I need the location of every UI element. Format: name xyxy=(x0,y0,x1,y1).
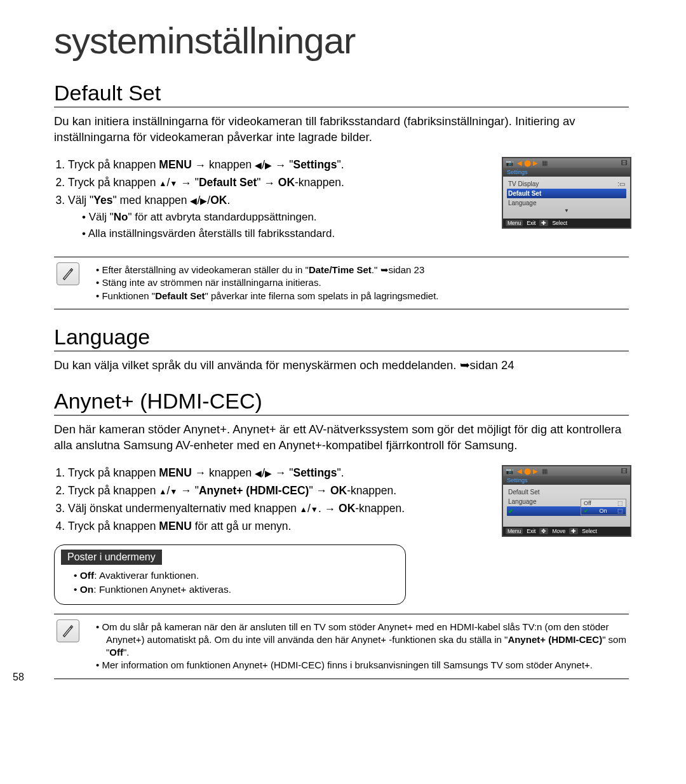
page-number: 58 xyxy=(13,672,24,683)
lcd-tabs: 📷 ◀ ⬤ ▶ ▦ 🎞 xyxy=(503,158,630,168)
camera-icon: 📷 xyxy=(506,159,513,166)
lcd-sub-off: Off⬚ xyxy=(581,499,626,507)
default-set-lcd-col: 📷 ◀ ⬤ ▶ ▦ 🎞 Settings TV Display:▭ Defaul… xyxy=(502,157,629,229)
heading-default-set: Default Set xyxy=(54,81,629,107)
arrow-right-icon xyxy=(325,502,336,515)
arrow-right-icon xyxy=(275,158,286,171)
lcd-default-set: 📷 ◀ ⬤ ▶ ▦ 🎞 Settings TV Display:▭ Defaul… xyxy=(502,157,631,229)
default-set-steps: Tryck på knappen MENU knappen / "Setting… xyxy=(54,157,490,241)
note-body: Om du slår på kameran när den är anslute… xyxy=(86,619,626,672)
note-item: Mer information om funktionen Anynet+ (H… xyxy=(96,659,626,672)
default-set-steps-col: Tryck på knappen MENU knappen / "Setting… xyxy=(54,157,490,248)
step-1: Tryck på knappen MENU knappen / "Setting… xyxy=(68,465,490,482)
check-icon xyxy=(508,508,513,515)
lcd-item: Default Set xyxy=(507,487,626,497)
arrow-right-icon xyxy=(180,176,192,189)
step-3-sub-1: Välj "No" för att avbryta standarduppsät… xyxy=(82,210,490,225)
plus-icon: ✚ xyxy=(539,220,548,226)
check-icon xyxy=(584,508,589,514)
dot-icon: ◀ ⬤ ▶ xyxy=(517,468,538,475)
triangle-left-icon xyxy=(255,158,262,171)
note-item: Funktionen "Default Set" påverkar inte f… xyxy=(96,290,439,302)
lcd-body: TV Display:▭ Default Set Language ▼ xyxy=(503,177,630,219)
lcd-item: Language xyxy=(507,198,626,208)
film-icon: 🎞 xyxy=(621,468,628,475)
reference-arrow-icon xyxy=(380,264,389,275)
toggle-icon: :▭ xyxy=(617,180,625,187)
menu-badge: Menu xyxy=(506,220,523,226)
triangle-right-icon xyxy=(265,466,272,479)
submenu-item: On: Funktionen Anynet+ aktiveras. xyxy=(74,583,395,597)
lcd-title: Settings xyxy=(503,476,630,485)
submenu-box: Poster i undermeny Off: Avaktiverar funk… xyxy=(54,544,406,604)
lcd-anynet: 📷 ◀ ⬤ ▶ ▦ 🎞 Settings Default Set Languag… xyxy=(502,465,631,537)
step-1: Tryck på knappen MENU knappen / "Setting… xyxy=(68,157,490,173)
triangle-down-icon: ▼ xyxy=(507,208,626,213)
lcd-bottom: MenuExit ✥Move ✚Select xyxy=(503,527,630,536)
triangle-left-icon xyxy=(255,466,262,479)
note-icon xyxy=(57,619,79,642)
dot-icon: ◀ ⬤ ▶ xyxy=(517,159,538,166)
anynet-lcd-col: 📷 ◀ ⬤ ▶ ▦ 🎞 Settings Default Set Languag… xyxy=(502,465,629,537)
arrow-right-icon xyxy=(180,484,192,497)
note-item: Stäng inte av strömmen när inställningar… xyxy=(96,276,439,289)
camera-icon: 📷 xyxy=(506,468,513,475)
arrow-right-icon xyxy=(195,466,206,479)
arrow-right-icon xyxy=(195,158,206,171)
arrow-right-icon xyxy=(275,466,286,479)
default-set-note: Efter återställning av videokameran stäl… xyxy=(54,257,629,309)
note-icon xyxy=(57,262,79,285)
lcd-body: Default Set Language⬚ Anynet+ (H Off⬚ On… xyxy=(503,485,630,527)
menu-badge: Menu xyxy=(506,528,523,534)
triangle-down-icon xyxy=(170,176,177,189)
triangle-up-icon xyxy=(300,502,307,515)
lcd-item-selected: Default Set xyxy=(507,189,626,198)
submenu-item: Off: Avaktiverar funktionen. xyxy=(74,569,395,583)
step-3: Välj "Yes" med knappen //OK. Välj "No" f… xyxy=(68,193,490,241)
language-body: Du kan välja vilket språk du vill använd… xyxy=(54,358,629,374)
step-3: Välj önskat undermenyalternativ med knap… xyxy=(68,501,490,517)
triangle-down-icon xyxy=(170,484,177,497)
anynet-icon: ⬚ xyxy=(617,508,623,514)
reference-arrow-icon xyxy=(460,358,470,372)
step-3-sub-2: Alla inställningsvärden återställs till … xyxy=(82,226,490,241)
anynet-steps-col: Tryck på knappen MENU knappen / "Setting… xyxy=(54,465,490,605)
anynet-icon: ⬚ xyxy=(617,500,623,506)
lcd-title: Settings xyxy=(503,168,630,177)
grid-icon: ▦ xyxy=(542,159,548,166)
triangle-left-icon xyxy=(190,194,197,206)
note-item: Om du slår på kameran när den är anslute… xyxy=(96,621,626,659)
triangle-right-icon xyxy=(200,194,207,206)
manual-page: systeminställningar Default Set Du kan i… xyxy=(0,0,686,698)
heading-anynet: Anynet+ (HDMI-CEC) xyxy=(54,389,629,416)
note-body: Efter återställning av videokameran stäl… xyxy=(86,262,439,302)
step-4: Tryck på knappen MENU för att gå ur meny… xyxy=(68,518,490,534)
default-set-intro: Du kan initiera inställningarna för vide… xyxy=(54,114,629,145)
plus-icon: ✚ xyxy=(569,528,578,534)
heading-language: Language xyxy=(54,325,629,351)
lcd-bottom: MenuExit ✚Select xyxy=(503,219,630,227)
film-icon: 🎞 xyxy=(621,159,628,166)
step-3-sub: Välj "No" för att avbryta standarduppsät… xyxy=(68,210,490,241)
step-2: Tryck på knappen / "Default Set" OK-knap… xyxy=(68,175,490,191)
arrow-right-icon xyxy=(264,176,275,189)
anynet-note: Om du slår på kameran när den är anslute… xyxy=(54,614,629,679)
lcd-sub-on: On⬚ xyxy=(581,507,626,515)
move-icon: ✥ xyxy=(539,528,548,534)
step-2: Tryck på knappen / "Anynet+ (HDMI-CEC)" … xyxy=(68,483,490,499)
anynet-row: Tryck på knappen MENU knappen / "Setting… xyxy=(54,465,629,605)
page-title: systeminställningar xyxy=(54,19,629,62)
lcd-item: TV Display:▭ xyxy=(507,179,626,189)
lcd-tabs: 📷 ◀ ⬤ ▶ ▦ 🎞 xyxy=(503,466,630,476)
lcd-submenu: Off⬚ On⬚ xyxy=(581,499,626,515)
anynet-steps: Tryck på knappen MENU knappen / "Setting… xyxy=(54,465,490,535)
triangle-up-icon xyxy=(159,484,166,497)
submenu-label: Poster i undermeny xyxy=(61,550,162,565)
note-item: Efter återställning av videokameran stäl… xyxy=(96,264,439,276)
arrow-right-icon xyxy=(316,484,328,497)
grid-icon: ▦ xyxy=(542,468,548,475)
triangle-down-icon xyxy=(311,502,318,515)
triangle-up-icon xyxy=(159,176,166,189)
anynet-intro: Den här kameran stöder Anynet+. Anynet+ … xyxy=(54,422,629,454)
default-set-row: Tryck på knappen MENU knappen / "Setting… xyxy=(54,157,629,248)
